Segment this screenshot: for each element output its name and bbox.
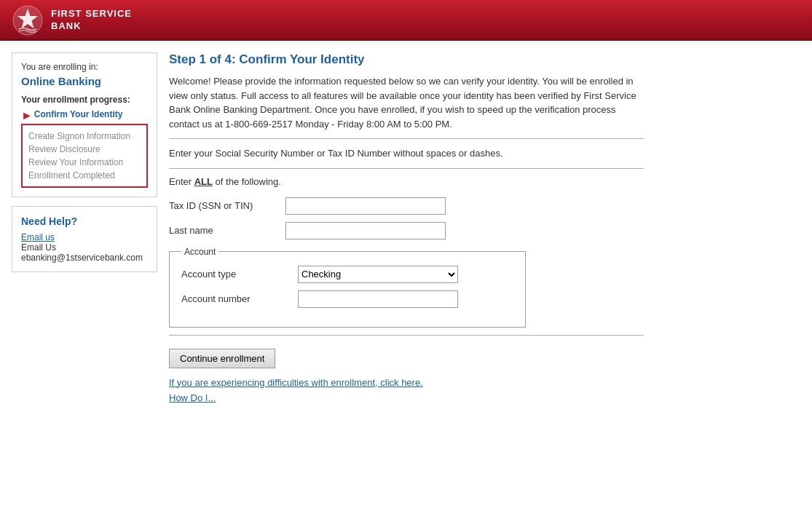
divider-1: [169, 138, 644, 139]
last-name-input[interactable]: [285, 222, 446, 239]
account-number-label: Account number: [181, 293, 298, 304]
enter-all-text: Enter ALL of the following.: [169, 176, 644, 187]
account-type-row: Account type Checking Savings: [181, 266, 513, 283]
account-type-label: Account type: [181, 269, 298, 280]
sidebar-step-review-disclosure: Review Disclosure: [28, 143, 141, 156]
account-number-input[interactable]: [298, 290, 458, 308]
divider-3: [169, 335, 644, 336]
enrollment-progress-box: You are enrolling in: Online Banking You…: [12, 52, 157, 197]
product-name: Online Banking: [21, 75, 148, 87]
remaining-steps-box: Create Signon Information Review Disclos…: [21, 124, 148, 188]
logo-area: First Service Bank: [12, 4, 132, 36]
tax-id-input[interactable]: [285, 197, 446, 215]
page-title: Step 1 of 4: Confirm Your Identity: [169, 52, 644, 67]
email-address: ebanking@1stservicebank.com: [21, 253, 148, 263]
main-content: Step 1 of 4: Confirm Your Identity Welco…: [169, 52, 644, 403]
active-step-label: Confirm Your Identity: [34, 109, 123, 119]
email-us-link[interactable]: Email us: [21, 232, 55, 242]
sidebar-step-enrollment-completed: Enrollment Completed: [28, 169, 141, 182]
divider-2: [169, 168, 644, 169]
continue-enrollment-button[interactable]: Continue enrollment: [169, 349, 275, 368]
last-name-row: Last name: [169, 222, 644, 239]
account-fieldset: Account Account type Checking Savings Ac…: [169, 247, 526, 328]
header: First Service Bank: [0, 0, 812, 41]
account-type-select[interactable]: Checking Savings: [298, 266, 458, 283]
tax-id-label: Tax ID (SSN or TIN): [169, 200, 285, 211]
intro-paragraph: Welcome! Please provide the information …: [169, 74, 644, 131]
difficulty-link[interactable]: If you are experiencing difficulties wit…: [169, 377, 644, 388]
bank-name: First Service Bank: [51, 8, 132, 33]
step-arrow-icon: ►: [21, 109, 33, 122]
tax-id-row: Tax ID (SSN or TIN): [169, 197, 644, 215]
ssn-note: Enter your Social Security Number or Tax…: [169, 146, 644, 161]
need-help-box: Need Help? Email us Email Us ebanking@1s…: [12, 206, 157, 272]
need-help-title: Need Help?: [21, 215, 148, 227]
last-name-label: Last name: [169, 225, 285, 236]
steps-list: Create Signon Information Review Disclos…: [28, 130, 141, 182]
sidebar-step-create-signon: Create Signon Information: [28, 130, 141, 143]
sidebar: You are enrolling in: Online Banking You…: [12, 52, 157, 403]
account-number-row: Account number: [181, 290, 513, 308]
bank-logo-icon: [12, 4, 44, 36]
sidebar-step-review-info: Review Your Information: [28, 156, 141, 169]
email-label: Email Us: [21, 242, 148, 253]
progress-label: Your enrollment progress:: [21, 95, 148, 105]
enrolling-label: You are enrolling in:: [21, 62, 148, 72]
how-do-i-link[interactable]: How Do I...: [169, 392, 644, 403]
account-legend: Account: [181, 247, 218, 257]
